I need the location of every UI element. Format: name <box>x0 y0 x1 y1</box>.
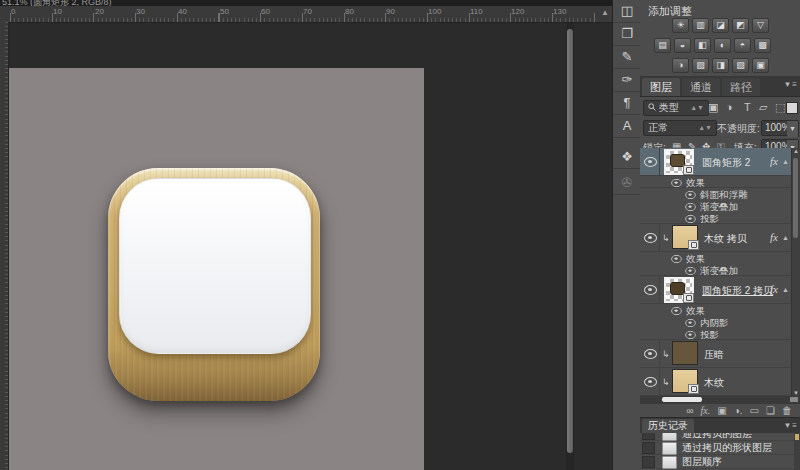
history-panel-menu-icon[interactable]: ▼≡ <box>783 421 798 430</box>
layers-panel-menu-icon[interactable]: ▼≡ <box>783 80 798 89</box>
layer-filter-type-dropdown[interactable]: 类型 ▲▼ <box>643 100 709 116</box>
layers-scrollbar-thumb[interactable] <box>793 158 798 238</box>
layer-name[interactable]: 木纹 拷贝 <box>704 232 747 246</box>
eye-icon[interactable] <box>644 233 657 243</box>
filter-shape-icon[interactable]: ▱ <box>759 101 767 114</box>
properties-icon[interactable]: ◫ <box>613 0 641 23</box>
network-icon[interactable]: ✇ <box>613 172 641 195</box>
history-source-well[interactable] <box>642 433 655 440</box>
eye-icon[interactable] <box>644 285 657 295</box>
layer-name[interactable]: 压暗 <box>704 348 724 362</box>
layers-hscroll-box[interactable] <box>790 397 798 402</box>
layer-thumbnail[interactable] <box>672 225 698 249</box>
effects-header-row[interactable]: 效果 <box>640 176 792 188</box>
layers-horizontal-scrollbar[interactable] <box>640 396 800 403</box>
tab-history[interactable]: 历史记录 <box>642 419 694 433</box>
layer-thumbnail[interactable] <box>672 341 698 365</box>
history-scrollbar[interactable] <box>794 433 800 470</box>
brush-icon[interactable]: ✎ <box>613 46 641 69</box>
blend-mode-dropdown[interactable]: 正常 ▲▼ <box>643 120 717 136</box>
effect-row-drop-shadow[interactable]: 投影 <box>640 328 792 340</box>
eye-icon[interactable] <box>685 319 695 327</box>
effect-row-gradient-overlay[interactable]: 渐变叠加 <box>640 200 792 211</box>
selective-color-icon[interactable]: ▣ <box>752 58 769 73</box>
effect-row-bevel-emboss[interactable]: 斜面和浮雕 <box>640 188 792 199</box>
eye-icon[interactable] <box>671 307 681 315</box>
filter-toggle-button[interactable] <box>786 102 798 114</box>
eye-icon[interactable] <box>644 157 657 167</box>
eye-icon[interactable] <box>685 331 695 339</box>
fx-icon[interactable]: fx <box>770 231 778 243</box>
effects-header-row[interactable]: 效果 <box>640 304 792 315</box>
effect-row-gradient-overlay[interactable]: 渐变叠加 <box>640 264 792 276</box>
fx-icon[interactable]: fx <box>770 283 778 295</box>
collapse-effects-icon[interactable]: ▲ <box>782 158 789 165</box>
gradient-map-icon[interactable]: ▧ <box>732 58 749 73</box>
posterize-icon[interactable]: ▨ <box>692 58 709 73</box>
horizontal-ruler[interactable]: 0 10 20 30 40 50 60 70 80 90 100 110 120… <box>0 6 612 23</box>
fx-icon[interactable]: fx <box>770 155 778 167</box>
clone-source-icon[interactable]: ❐ <box>613 23 641 46</box>
filter-pixel-icon[interactable]: ▣ <box>708 101 718 114</box>
3d-icon[interactable]: ❖ <box>613 146 641 169</box>
new-layer-icon[interactable]: ❏ <box>766 405 775 417</box>
eye-icon[interactable] <box>644 349 657 359</box>
scroll-up-icon[interactable]: ▲ <box>792 148 800 154</box>
visibility-well[interactable] <box>640 224 660 251</box>
layer-row-rounded-rect-2-copy[interactable]: 圆角矩形 2 拷贝 fx ▲ <box>640 276 792 304</box>
filter-type-icon[interactable]: T <box>744 101 751 113</box>
eye-icon[interactable] <box>685 191 695 199</box>
add-mask-icon[interactable]: ▣ <box>717 405 726 417</box>
history-item-label[interactable]: 通过拷贝的图层 <box>682 433 752 440</box>
history-source-well[interactable] <box>642 456 655 468</box>
new-group-icon[interactable]: ▭ <box>750 405 759 417</box>
visibility-well[interactable] <box>640 368 660 395</box>
hue-saturation-icon[interactable]: ▤ <box>654 38 671 53</box>
exposure-icon[interactable]: ◩ <box>732 18 749 33</box>
filter-smart-object-icon[interactable]: ⬚ <box>775 101 785 114</box>
vibrance-icon[interactable]: ▽ <box>752 18 769 33</box>
eye-icon[interactable] <box>685 203 695 211</box>
brightness-contrast-icon[interactable]: ☀ <box>672 18 689 33</box>
link-layers-icon[interactable]: ∞ <box>686 405 693 417</box>
eye-icon[interactable] <box>644 377 657 387</box>
history-item-shape-via-copy[interactable]: 通过拷贝的形状图层 <box>640 441 800 455</box>
canvas-vertical-scrollbar[interactable] <box>566 23 574 470</box>
curves-icon[interactable]: ◪ <box>712 18 729 33</box>
history-source-well[interactable] <box>642 442 655 454</box>
character-icon[interactable]: A <box>613 115 641 138</box>
effects-header-row[interactable]: 效果 <box>640 252 792 263</box>
history-item-label[interactable]: 图层顺序 <box>682 455 722 468</box>
color-lookup-icon[interactable]: ▩ <box>754 38 771 53</box>
history-item-label[interactable]: 通过拷贝的形状图层 <box>682 441 772 454</box>
eye-icon[interactable] <box>671 179 681 187</box>
layer-name[interactable]: 圆角矩形 2 拷贝 <box>702 284 773 298</box>
filter-adjustment-icon[interactable]: ◑ <box>726 101 733 113</box>
layer-row-darken[interactable]: ↳ 压暗 <box>640 340 792 368</box>
layer-row-wood[interactable]: ↳ 木纹 <box>640 368 792 396</box>
document-canvas[interactable] <box>9 68 424 470</box>
channel-mixer-icon[interactable]: ◓ <box>734 38 751 53</box>
layers-hscroll-thumb[interactable] <box>662 397 702 402</box>
black-white-icon[interactable]: ◧ <box>694 38 711 53</box>
layer-thumbnail[interactable] <box>672 369 698 393</box>
eye-icon[interactable] <box>685 215 695 223</box>
tab-channels[interactable]: 通道 <box>682 78 720 96</box>
visibility-well[interactable] <box>640 276 660 303</box>
layer-name[interactable]: 木纹 <box>704 376 724 390</box>
color-balance-icon[interactable]: ◒ <box>674 38 691 53</box>
tab-paths[interactable]: 路径 <box>722 78 760 96</box>
photo-filter-icon[interactable]: ◐ <box>714 38 731 53</box>
visibility-well[interactable] <box>640 148 660 175</box>
layer-style-icon[interactable]: fx. <box>701 405 711 417</box>
layer-row-rounded-rect-2[interactable]: 圆角矩形 2 fx ▲ <box>640 148 792 176</box>
vertical-ruler[interactable] <box>0 22 9 470</box>
eye-icon[interactable] <box>671 255 681 263</box>
threshold-icon[interactable]: ◨ <box>712 58 729 73</box>
collapse-effects-icon[interactable]: ▲ <box>782 286 789 293</box>
layer-thumbnail[interactable] <box>664 277 694 303</box>
history-item-partial[interactable]: 通过拷贝的图层 <box>640 433 800 441</box>
layer-name[interactable]: 圆角矩形 2 <box>702 156 750 170</box>
invert-icon[interactable]: ◑ <box>672 58 689 73</box>
layer-row-wood-copy[interactable]: ↳ 木纹 拷贝 fx ▲ <box>640 224 792 252</box>
